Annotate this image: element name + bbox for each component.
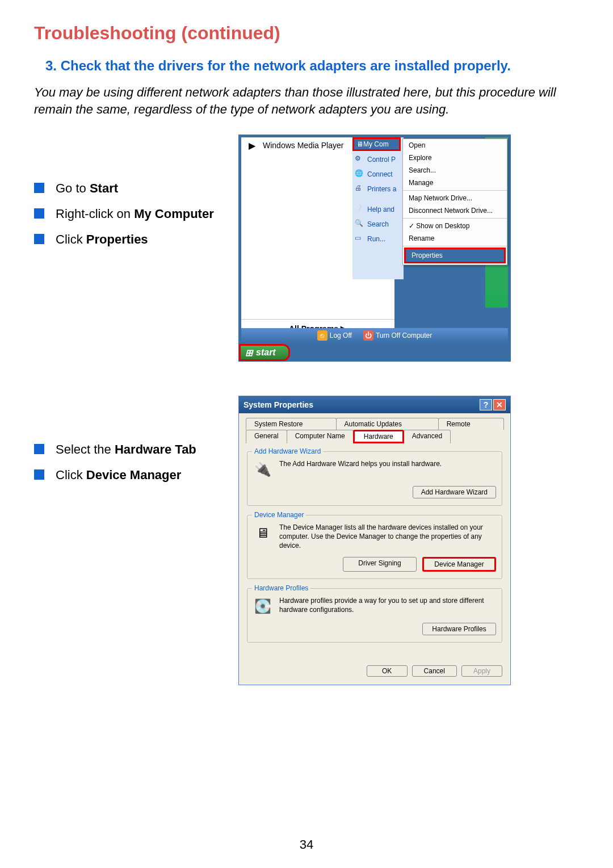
group-text: The Device Manager lists all the hardwar… xyxy=(279,523,496,550)
instructions-group-1: Go to Start Right-click on My Computer C… xyxy=(34,135,238,256)
turnoff-button[interactable]: ⏻ Turn Off Computer xyxy=(363,330,432,341)
bullet-icon xyxy=(34,234,44,244)
ctx-manage[interactable]: Manage xyxy=(403,177,507,189)
instruction-item: Right-click on My Computer xyxy=(34,206,238,223)
ctx-rename[interactable]: Rename xyxy=(403,232,507,245)
sysprops-screenshot: System Properties ? ✕ System Restore Aut… xyxy=(238,396,579,685)
instruction-text: Go to Start xyxy=(56,180,118,198)
close-button[interactable]: ✕ xyxy=(493,399,506,410)
ok-button[interactable]: OK xyxy=(367,665,408,677)
group-title: Hardware Profiles xyxy=(252,584,310,592)
ctx-disconnect-drive[interactable]: Disconnect Network Drive... xyxy=(403,204,507,217)
separator xyxy=(403,190,507,191)
dialog-title: System Properties xyxy=(243,400,313,409)
row-sysprops: Select the Hardware Tab Click Device Man… xyxy=(34,396,579,685)
hardware-profiles-button[interactable]: Hardware Profiles xyxy=(422,623,496,635)
driver-signing-button[interactable]: Driver Signing xyxy=(343,557,417,572)
bullet-icon xyxy=(34,208,44,219)
ctx-properties-highlighted[interactable]: Properties xyxy=(404,248,506,263)
separator xyxy=(403,246,507,246)
separator xyxy=(403,218,507,219)
tab-advanced[interactable]: Advanced xyxy=(404,430,451,443)
tab-general[interactable]: General xyxy=(246,430,287,443)
hardware-wizard-icon: 🔌 xyxy=(253,460,272,479)
instructions-group-2: Select the Hardware Tab Click Device Man… xyxy=(34,396,238,492)
tabs-row-2: General Computer Name Hardware Advanced xyxy=(239,430,510,443)
tabs-row-1: System Restore Automatic Updates Remote xyxy=(239,413,510,430)
context-menu: Open Explore Search... Manage Map Networ… xyxy=(402,139,507,265)
wmp-icon: ▶ xyxy=(246,139,258,152)
instruction-text: Click Device Manager xyxy=(56,467,181,484)
instruction-item: Click Device Manager xyxy=(34,467,238,484)
ctx-search[interactable]: Search... xyxy=(403,164,507,177)
group-title: Add Hardware Wizard xyxy=(252,447,323,455)
section-heading: 3. Check that the drivers for the networ… xyxy=(45,58,579,74)
tab-computer-name[interactable]: Computer Name xyxy=(287,430,354,443)
ctx-map-drive[interactable]: Map Network Drive... xyxy=(403,192,507,204)
start-button-highlighted[interactable]: ⊞ start xyxy=(239,344,290,361)
device-manager-button-highlighted[interactable]: Device Manager xyxy=(422,557,496,572)
instruction-item: Go to Start xyxy=(34,180,238,198)
windows-icon: ⊞ xyxy=(245,347,253,358)
search-icon: 🔍 xyxy=(355,219,365,229)
instruction-item: Select the Hardware Tab xyxy=(34,441,238,459)
printer-icon: 🖨 xyxy=(355,184,365,194)
connect-icon: 🌐 xyxy=(355,169,365,179)
ctx-open[interactable]: Open xyxy=(403,139,507,152)
logoff-icon: ⎋ xyxy=(317,330,328,341)
instruction-item: Click Properties xyxy=(34,231,238,249)
group-add-hardware: Add Hardware Wizard 🔌 The Add Hardware W… xyxy=(247,451,502,506)
group-device-manager: Device Manager 🖥 The Device Manager list… xyxy=(247,515,502,579)
help-icon: ❔ xyxy=(355,204,365,215)
tab-remote[interactable]: Remote xyxy=(438,418,504,430)
start-item-controlpanel[interactable]: ⚙Control P xyxy=(352,152,404,167)
group-text: The Add Hardware Wizard helps you instal… xyxy=(279,460,496,469)
tab-hardware-highlighted[interactable]: Hardware xyxy=(353,430,404,443)
dialog-titlebar: System Properties ? ✕ xyxy=(239,396,510,413)
intro-text: You may be using different network adapt… xyxy=(34,84,579,118)
start-item-run[interactable]: ▭Run... xyxy=(352,232,404,246)
help-button[interactable]: ? xyxy=(480,399,492,410)
apply-button[interactable]: Apply xyxy=(461,665,502,677)
hardware-profiles-icon: 💽 xyxy=(253,597,272,616)
my-computer-highlighted[interactable]: 🖥 My Com xyxy=(352,137,401,151)
instruction-text: Select the Hardware Tab xyxy=(56,441,196,459)
start-item-search[interactable]: 🔍Search xyxy=(352,217,404,232)
bullet-icon xyxy=(34,444,44,454)
computer-icon: 🖥 xyxy=(356,140,363,148)
device-manager-icon: 🖥 xyxy=(253,523,272,543)
bullet-icon xyxy=(34,183,44,193)
group-text: Hardware profiles provide a way for you … xyxy=(279,597,496,614)
instruction-text: Click Properties xyxy=(56,231,148,249)
tab-system-restore[interactable]: System Restore xyxy=(246,418,337,430)
tab-automatic-updates[interactable]: Automatic Updates xyxy=(336,418,439,430)
group-hardware-profiles: Hardware Profiles 💽 Hardware profiles pr… xyxy=(247,588,502,643)
run-icon: ▭ xyxy=(355,234,365,244)
page-title: Troubleshooting (continued) xyxy=(34,23,579,44)
cancel-button[interactable]: Cancel xyxy=(412,665,457,677)
logoff-button[interactable]: ⎋ Log Off xyxy=(317,330,352,341)
ctx-show-desktop[interactable]: Show on Desktop xyxy=(403,220,507,232)
controlpanel-icon: ⚙ xyxy=(355,154,365,165)
bullet-icon xyxy=(34,469,44,480)
row-start-menu: Go to Start Right-click on My Computer C… xyxy=(34,135,579,362)
page-number: 34 xyxy=(0,837,613,852)
start-item-printers[interactable]: 🖨Printers a xyxy=(352,182,404,196)
start-menu-screenshot: ▶ Windows Media Player All Programs ▶ ⚙C… xyxy=(238,135,579,362)
group-title: Device Manager xyxy=(252,511,306,519)
power-icon: ⏻ xyxy=(363,330,373,341)
start-bottom-bar: ⎋ Log Off ⏻ Turn Off Computer xyxy=(241,328,508,343)
add-hardware-wizard-button[interactable]: Add Hardware Wizard xyxy=(413,486,496,498)
dialog-footer: OK Cancel Apply xyxy=(239,660,510,685)
start-item-help[interactable]: ❔Help and xyxy=(352,202,404,217)
start-item-connect[interactable]: 🌐Connect xyxy=(352,167,404,182)
ctx-explore[interactable]: Explore xyxy=(403,152,507,164)
instruction-text: Right-click on My Computer xyxy=(56,206,214,223)
